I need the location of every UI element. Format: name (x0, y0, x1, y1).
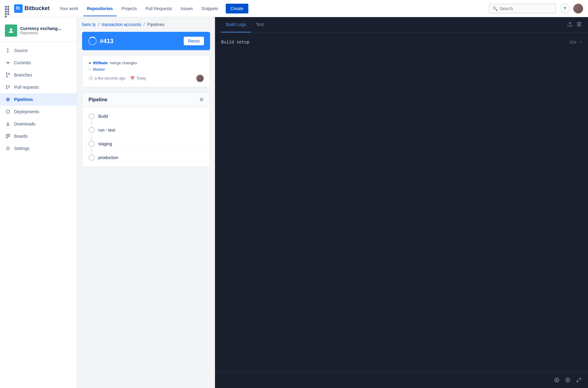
sidebar-item-settings[interactable]: Settings (0, 142, 77, 155)
svg-point-0 (10, 28, 12, 31)
nav-projects[interactable]: Projects (118, 4, 141, 13)
nav-pull-requests[interactable]: Pull Requests (142, 4, 175, 13)
breadcrumb-current: Pipelines (147, 22, 165, 27)
build-date-value: Today (136, 76, 146, 80)
topnav-left: Bitbucket (5, 4, 50, 13)
nav-repositories[interactable]: Repositories (83, 4, 117, 13)
sidebar-item-boards-label: Boards (14, 134, 28, 139)
log-scroll-top-button[interactable] (564, 376, 572, 384)
svg-rect-12 (6, 134, 8, 138)
pipeline-panel: banc.ly / transaction accounts / Pipelin… (77, 17, 215, 388)
search-box[interactable]: 🔍 (489, 4, 556, 13)
calendar-icon: 📅 (130, 76, 135, 80)
build-spinner (88, 37, 97, 45)
main-content: banc.ly / transaction accounts / Pipelin… (77, 17, 588, 388)
svg-point-9 (6, 88, 7, 89)
log-content: Build setup 12s › (215, 32, 588, 372)
sidebar-item-downloads[interactable]: Downloads (0, 118, 77, 130)
log-row-title: Build setup (221, 40, 249, 45)
logo[interactable]: Bitbucket (14, 4, 50, 13)
boards-icon (5, 133, 11, 139)
search-input[interactable] (499, 6, 552, 11)
branches-icon (5, 72, 11, 78)
pipeline-step-production[interactable]: production (82, 151, 210, 164)
step-name-run-test: run - test (98, 128, 115, 132)
nav-issues[interactable]: Issues (177, 4, 197, 13)
pull-requests-icon (5, 84, 11, 90)
sidebar-item-commits-label: Commits (14, 60, 31, 65)
log-delete-button[interactable] (576, 21, 582, 28)
nav-your-work[interactable]: Your work (56, 4, 82, 13)
step-indicator-staging (89, 141, 95, 147)
build-time: 🕐 a few seconds ago (89, 76, 125, 80)
deployments-icon (5, 109, 11, 115)
breadcrumb-sep-1: / (98, 22, 99, 27)
commit-message: merge changes (110, 61, 137, 65)
step-name-production: production (98, 155, 118, 160)
commit-line: ● 95f9ade merge changes (89, 60, 204, 65)
commit-hash[interactable]: 95f9ade (93, 61, 107, 65)
tab-build-logs[interactable]: Build Logs (221, 17, 251, 32)
log-scroll-bottom-button[interactable] (552, 376, 561, 384)
build-info-card: ● 95f9ade merge changes ⑂ Master 🕐 a few… (82, 55, 210, 87)
log-expand-button[interactable] (575, 376, 583, 384)
sidebar-item-boards[interactable]: Boards (0, 130, 77, 142)
breadcrumb: banc.ly / transaction accounts / Pipelin… (82, 22, 210, 27)
pipeline-step-build[interactable]: Build (82, 110, 210, 123)
sidebar-item-branches[interactable]: Branches (0, 69, 77, 81)
step-indicator-run-test (89, 127, 95, 133)
pipeline-steps: Build run - test staging (82, 107, 210, 167)
step-name-build: Build (98, 114, 108, 119)
repo-header: Currency exchang... Repository (0, 22, 77, 42)
log-footer (215, 372, 588, 388)
pipeline-step-staging[interactable]: staging (82, 137, 210, 151)
branch-name[interactable]: Master (93, 67, 105, 72)
logo-text: Bitbucket (24, 5, 50, 12)
build-header: #413 Rerun (82, 32, 210, 50)
bitbucket-logo-icon (14, 4, 23, 13)
sidebar-item-source[interactable]: Source (0, 44, 77, 57)
pipeline-step-run-test[interactable]: run - test (82, 123, 210, 137)
avatar-image (573, 4, 583, 13)
topnav-right: 🔍 ? (489, 4, 583, 13)
chevron-right-icon: › (579, 40, 582, 45)
log-upload-button[interactable] (567, 21, 573, 28)
log-row-build-setup[interactable]: Build setup 12s › (221, 39, 582, 46)
meta-line: 🕐 a few seconds ago 📅 Today (89, 75, 204, 82)
svg-point-6 (6, 76, 7, 77)
sidebar-nav: Source Commits Branches Pull requests (0, 44, 77, 155)
sidebar-item-pipelines[interactable]: Pipelines (0, 93, 77, 106)
source-icon (5, 47, 11, 54)
rerun-button[interactable]: Rerun (184, 37, 204, 45)
topnav-links: Your work Repositories Projects Pull Req… (56, 4, 248, 13)
repo-name: Currency exchang... (20, 26, 61, 31)
help-button[interactable]: ? (560, 4, 570, 13)
log-tabs-right (567, 21, 582, 28)
user-avatar[interactable] (573, 4, 583, 13)
log-row-time: 12s (569, 40, 576, 45)
breadcrumb-sep-2: / (144, 22, 145, 27)
breadcrumb-bancly[interactable]: banc.ly (82, 22, 96, 27)
breadcrumb-transaction-accounts[interactable]: transaction accounts (102, 22, 141, 27)
step-indicator-build (89, 113, 95, 119)
commits-icon (5, 60, 11, 66)
sidebar-item-commits[interactable]: Commits (0, 57, 77, 69)
sidebar-item-pull-requests[interactable]: Pull requests (0, 81, 77, 93)
settings-icon (5, 145, 11, 151)
sidebar-item-deployments-label: Deployments (14, 109, 39, 114)
tab-test[interactable]: Test (251, 17, 269, 32)
commit-dot-icon: ● (89, 60, 91, 65)
search-icon: 🔍 (492, 6, 498, 11)
sidebar-item-deployments[interactable]: Deployments (0, 106, 77, 118)
nav-snippets[interactable]: Snippets (198, 4, 222, 13)
pipeline-settings-button[interactable]: ⚙ (199, 97, 204, 103)
sidebar-item-branches-label: Branches (14, 73, 32, 77)
create-button[interactable]: Create (226, 4, 248, 13)
pipeline-section-title: Pipeline (89, 97, 107, 103)
svg-rect-13 (8, 134, 10, 136)
svg-point-14 (7, 148, 9, 149)
pipeline-section-header: Pipeline ⚙ (82, 92, 210, 107)
sidebar-item-pull-requests-label: Pull requests (14, 85, 39, 90)
sidebar-item-source-label: Source (14, 48, 28, 53)
grid-icon[interactable] (5, 6, 10, 11)
